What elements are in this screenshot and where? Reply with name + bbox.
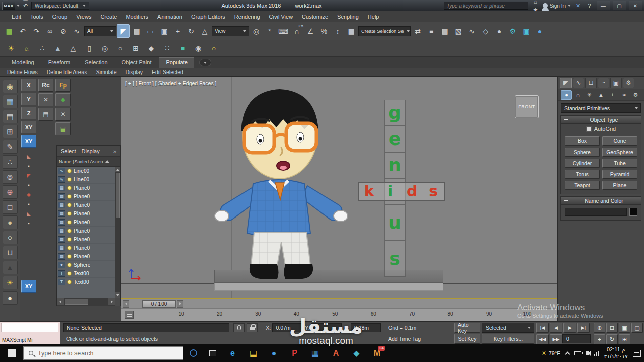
visibility-bulb-icon[interactable]: [67, 194, 72, 199]
autodesk-icon[interactable]: A: [326, 344, 346, 362]
scene-object-row[interactable]: ▦ Plane0: [57, 218, 115, 227]
menu-item[interactable]: Edit: [7, 14, 26, 20]
zoom-icon[interactable]: ⊕: [594, 323, 605, 333]
ribbon-tab[interactable]: Selection: [78, 57, 114, 68]
hidden-icons-chevron[interactable]: [565, 351, 570, 356]
ring-icon[interactable]: ○: [113, 42, 127, 55]
create-tab-icon[interactable]: ◤: [560, 78, 572, 88]
percent-snap-icon[interactable]: %: [317, 24, 331, 38]
array-icon[interactable]: ∷: [160, 42, 174, 55]
cameras-category-icon[interactable]: ▲: [596, 90, 606, 100]
explorer-horizontal-scrollbar[interactable]: [57, 298, 115, 306]
task-view-button[interactable]: [203, 344, 222, 362]
ribbon-tab[interactable]: Modeling: [5, 57, 41, 68]
move-icon[interactable]: +: [171, 24, 184, 38]
visibility-bulb-icon[interactable]: [67, 254, 72, 259]
help-icon[interactable]: ?: [585, 2, 594, 10]
weather-widget[interactable]: ☀ 79°F: [541, 350, 560, 357]
battery-icon[interactable]: [574, 351, 581, 355]
ribbon-subtab[interactable]: Define Flows: [3, 69, 42, 75]
align-icon[interactable]: ≡: [425, 24, 438, 38]
infocenter-search-input[interactable]: [444, 2, 528, 10]
scene-object-row[interactable]: T Text00: [57, 269, 115, 278]
list-tool-icon[interactable]: ▤: [38, 108, 53, 121]
selection-filter-dropdown[interactable]: All: [84, 26, 116, 36]
explorer-column-header[interactable]: Name (Sorted Ascen: [57, 157, 120, 167]
modify-tab-icon[interactable]: ∿: [573, 78, 584, 88]
redo-icon[interactable]: ↷: [30, 24, 43, 38]
undo-icon[interactable]: ↶: [16, 24, 29, 38]
visibility-bulb-icon[interactable]: [67, 229, 72, 233]
sign-in-button[interactable]: Sign In: [543, 3, 571, 9]
scale-icon[interactable]: △: [198, 24, 211, 38]
bulb-icon[interactable]: ○: [207, 42, 221, 55]
utilities-tab-icon[interactable]: ⚙: [623, 78, 634, 88]
orbit-icon[interactable]: ↻: [606, 334, 618, 344]
ribbon-toggle-icon[interactable]: ▧: [452, 24, 465, 38]
start-button[interactable]: [0, 344, 23, 362]
mini-tool-icon[interactable]: ◤: [27, 173, 31, 178]
visibility-bulb-icon[interactable]: [67, 211, 72, 216]
shapes-category-icon[interactable]: ∩: [573, 90, 583, 100]
strip-cone-icon[interactable]: ▲: [3, 261, 18, 274]
layer-manager-icon[interactable]: ▤: [438, 24, 451, 38]
zoom-extents-icon[interactable]: ▣: [619, 323, 630, 333]
clock[interactable]: 02:11 م ٣١/١/٢٠١٧: [604, 346, 628, 360]
ribbon-subtab[interactable]: Simulate: [92, 69, 121, 75]
mini-tool-icon[interactable]: ▪: [28, 221, 30, 226]
scene-object-row[interactable]: ▦ Plane0: [57, 184, 115, 192]
fp-tool-button[interactable]: Fp: [55, 79, 71, 92]
visibility-bulb-icon[interactable]: [67, 271, 72, 276]
curve-editor-icon[interactable]: ∿: [465, 24, 478, 38]
diamond-icon[interactable]: ◆: [144, 42, 158, 55]
time-slider-left-arrow[interactable]: [123, 300, 129, 308]
cone-icon[interactable]: △: [66, 42, 80, 55]
infocenter-close-icon[interactable]: ✕: [574, 2, 582, 10]
axis-constraint-button[interactable]: XY: [21, 121, 36, 133]
maximize-viewport-icon[interactable]: ⊞: [619, 334, 630, 344]
motion-tab-icon[interactable]: ◔: [598, 78, 609, 88]
ribbon-tab[interactable]: Populate: [159, 57, 194, 68]
scene-image-icon[interactable]: ▦: [3, 24, 16, 38]
y-coordinate-field[interactable]: [311, 323, 342, 332]
mini-tool-icon[interactable]: ▪: [28, 202, 30, 207]
primitive-family-dropdown[interactable]: Standard Primitives: [561, 103, 641, 113]
visibility-bulb-icon[interactable]: [67, 177, 72, 182]
object-name-field[interactable]: [565, 208, 627, 216]
strip-sheet-icon[interactable]: ▤: [3, 110, 18, 123]
primitive-button[interactable]: Tube: [602, 159, 637, 168]
time-slider[interactable]: 0 / 100: [121, 299, 557, 308]
render-production-icon[interactable]: ●: [533, 24, 546, 38]
strip-sphere-icon[interactable]: ●: [3, 215, 18, 229]
explorer-overflow-chevrons[interactable]: »: [113, 148, 116, 154]
app-logo-icon[interactable]: MAX: [2, 2, 15, 10]
bind-to-spacewarp-icon[interactable]: ∿: [70, 24, 84, 38]
lights-category-icon[interactable]: ☀: [584, 90, 595, 100]
scene-object-row[interactable]: ▦ Plane0: [57, 227, 115, 235]
previous-frame-button[interactable]: ◀: [550, 323, 562, 333]
pinterest-icon[interactable]: P: [284, 344, 305, 362]
maxscript-input-area[interactable]: [1, 323, 58, 332]
next-key-button[interactable]: ▶▶: [550, 334, 562, 344]
ribbon-minimize-toggle[interactable]: [199, 59, 211, 66]
menu-item[interactable]: Help: [363, 14, 384, 20]
selection-lock-toggle[interactable]: [247, 323, 258, 332]
strip-grid-icon[interactable]: ⊞: [3, 125, 18, 138]
torus-icon[interactable]: ◎: [98, 42, 112, 55]
explorer-menu-item[interactable]: Select: [61, 148, 76, 154]
scene-object-row[interactable]: T Text00: [57, 278, 115, 286]
mini-tool-icon[interactable]: ◣: [27, 154, 31, 159]
trees-icon[interactable]: ♣: [55, 93, 71, 106]
strip-tub-icon[interactable]: ⊔: [3, 246, 18, 259]
camera-icon[interactable]: ▲: [51, 42, 65, 55]
spacewarps-category-icon[interactable]: ≈: [619, 90, 629, 100]
rc-tool-button[interactable]: Rc: [38, 79, 53, 92]
scrollbar-thumb[interactable]: [116, 173, 120, 218]
scroll-left-arrow[interactable]: [57, 298, 64, 305]
primitive-button[interactable]: Sphere: [565, 148, 600, 157]
go-to-start-button[interactable]: |◀: [536, 323, 549, 333]
zoom-region-icon[interactable]: ▢: [631, 323, 643, 333]
menu-item[interactable]: Rendering: [230, 14, 265, 20]
scroll-down-arrow[interactable]: [115, 292, 120, 298]
pan-icon[interactable]: +: [594, 334, 605, 344]
